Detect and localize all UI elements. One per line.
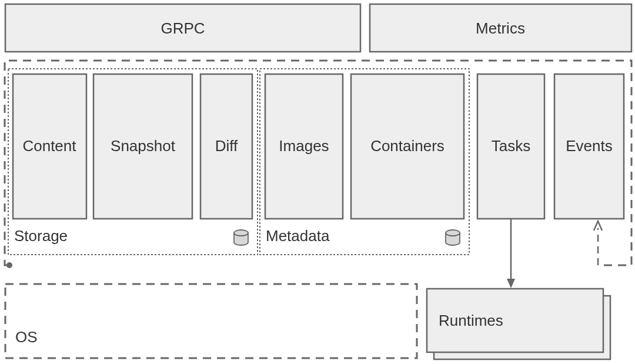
storage-group-label: Storage [14, 227, 68, 245]
containers-label: Containers [370, 137, 444, 155]
svg-point-1 [446, 230, 460, 236]
tasks-label: Tasks [492, 137, 530, 155]
events-label: Events [566, 137, 613, 155]
metadata-group-label: Metadata [266, 227, 330, 245]
connector-dot [6, 262, 12, 268]
storage-db-icon [234, 230, 248, 245]
diff-label: Diff [215, 137, 238, 155]
metadata-db-icon [446, 230, 460, 245]
snapshot-label: Snapshot [111, 137, 176, 155]
arrowhead-tasks-to-runtimes [507, 279, 515, 288]
architecture-diagram: GRPC Metrics Storage Content Snapshot Di… [0, 0, 635, 364]
os-box [5, 284, 417, 358]
os-label: OS [15, 328, 38, 346]
runtimes-label: Runtimes [439, 312, 503, 329]
grpc-label: GRPC [161, 19, 205, 37]
images-label: Images [279, 137, 329, 155]
svg-point-0 [234, 230, 248, 236]
content-label: Content [22, 137, 76, 155]
metrics-label: Metrics [476, 19, 525, 37]
